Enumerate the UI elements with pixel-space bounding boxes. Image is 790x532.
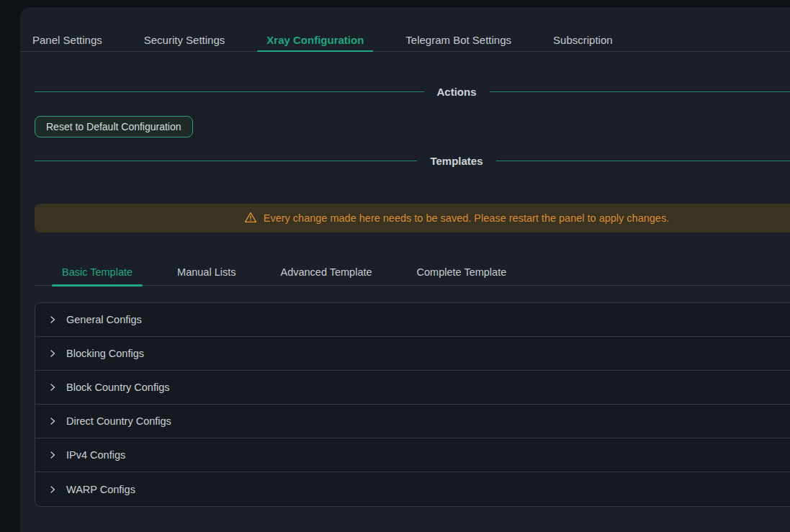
template-tab-bar: Basic Template Manual Lists Advanced Tem…: [35, 258, 790, 286]
collapse-blocking-configs[interactable]: Blocking Configs: [35, 337, 790, 371]
collapse-label: Blocking Configs: [66, 348, 144, 359]
chevron-right-icon: [48, 383, 57, 392]
templates-divider: Templates: [35, 153, 790, 168]
tab-manual-lists[interactable]: Manual Lists: [167, 258, 246, 285]
divider-line: [490, 91, 790, 92]
collapse-label: WARP Configs: [66, 484, 135, 495]
collapse-label: Block Country Configs: [66, 382, 169, 393]
collapse-direct-country-configs[interactable]: Direct Country Configs: [35, 405, 790, 438]
collapse-label: IPv4 Configs: [66, 449, 125, 461]
collapse-block-country-configs[interactable]: Block Country Configs: [35, 371, 790, 405]
restart-warning-alert: Every change made here needs to be saved…: [35, 204, 790, 233]
divider-line: [496, 161, 790, 161]
actions-row: Reset to Default Configuration: [35, 99, 790, 137]
tab-basic-template[interactable]: Basic Template: [52, 258, 143, 285]
warning-triangle-icon: [244, 211, 257, 226]
reset-default-config-button[interactable]: Reset to Default Configuration: [35, 116, 193, 137]
divider-line: [35, 91, 424, 92]
chevron-right-icon: [48, 485, 57, 494]
templates-divider-title: Templates: [430, 155, 482, 167]
tab-advanced-template[interactable]: Advanced Template: [270, 258, 382, 285]
tab-content: Actions Reset to Default Configuration T…: [20, 84, 790, 507]
collapse-label: General Configs: [66, 314, 142, 325]
main-tab-bar: Panel Settings Security Settings Xray Co…: [20, 7, 790, 52]
chevron-right-icon: [48, 349, 57, 358]
warning-text: Every change made here needs to be saved…: [264, 212, 669, 224]
divider-line: [35, 161, 417, 161]
actions-divider-title: Actions: [437, 86, 477, 98]
chevron-right-icon: [48, 451, 57, 459]
config-collapse-list: General Configs Blocking Configs: [35, 302, 790, 507]
chevron-right-icon: [48, 315, 57, 324]
page-background: Panel Settings Security Settings Xray Co…: [0, 0, 790, 532]
collapse-label: Direct Country Configs: [66, 415, 171, 427]
tab-security-settings[interactable]: Security Settings: [135, 29, 235, 51]
collapse-general-configs[interactable]: General Configs: [35, 303, 790, 337]
actions-divider: Actions: [35, 84, 790, 99]
tab-xray-configuration[interactable]: Xray Configuration: [257, 29, 373, 51]
collapse-warp-configs[interactable]: WARP Configs: [35, 472, 790, 506]
tab-subscription[interactable]: Subscription: [544, 29, 622, 51]
collapse-ipv4-configs[interactable]: IPv4 Configs: [35, 438, 790, 472]
tab-panel-settings[interactable]: Panel Settings: [23, 29, 112, 51]
chevron-right-icon: [48, 417, 57, 425]
tab-telegram-bot-settings[interactable]: Telegram Bot Settings: [396, 29, 521, 51]
settings-card: Panel Settings Security Settings Xray Co…: [20, 7, 790, 532]
tab-complete-template[interactable]: Complete Template: [407, 258, 517, 285]
